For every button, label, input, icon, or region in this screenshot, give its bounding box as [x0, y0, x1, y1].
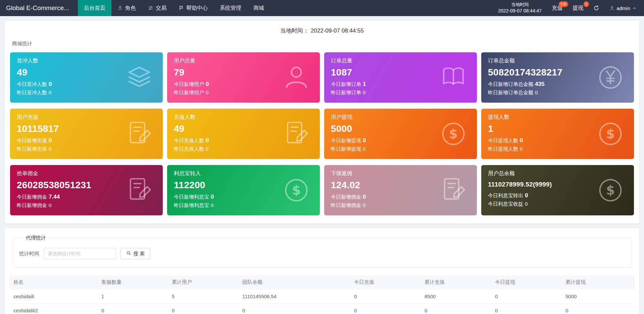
table-cell: 0	[350, 304, 420, 314]
table-cell: 0	[350, 290, 420, 304]
table-header-cell: 累计提现	[561, 275, 635, 290]
nav-item-label: 后台首页	[84, 5, 105, 12]
local-clock: 当地时间：2022-09-07 08:44:55	[10, 27, 634, 35]
stat-card-interest-transfer-in: 利息宝转入112200今日新增利息宝0昨日新增利息宝0$	[167, 165, 320, 215]
dollar-circle-icon: $	[596, 120, 625, 148]
svg-text:$: $	[606, 183, 615, 198]
flag-icon	[179, 5, 184, 11]
navbar-right: 当地时间 2022-09-07 08:44:47 充值 135 提现 0 adm…	[498, 2, 644, 14]
agent-search-row: 统计时间 搜 索	[19, 248, 625, 259]
dollar-circle-icon: $	[282, 176, 310, 204]
table-cell: 0	[491, 304, 561, 314]
layers-icon	[125, 63, 153, 92]
recharge-nav-button[interactable]: 充值 135	[552, 5, 562, 12]
doc-edit-icon	[125, 120, 153, 148]
stat-card-user-total-balance: 用户总余额1110278999.52(9999)今日利息宝转出0今日利息宝收益0…	[481, 165, 634, 215]
table-header-row: 姓名客服数量累计用户团队余额今日充值累计充值今日提现累计提现	[9, 275, 635, 290]
svg-text:$: $	[449, 127, 458, 141]
stat-card-total-orders: 订单总量1087今日新增订单1昨日新增订单0	[324, 52, 477, 103]
clock-label: 当地时间：	[280, 28, 309, 34]
search-button[interactable]: 搜 索	[120, 248, 150, 259]
table-row: ceshidaili151110145506.540850005000	[9, 290, 635, 304]
time-filter-label: 统计时间	[19, 251, 39, 257]
table-header-cell: 客服数量	[97, 275, 168, 290]
chevron-up-icon	[632, 6, 637, 10]
table-cell: 5	[168, 290, 238, 304]
stat-card-recharge-users: 充值人数49今日充值人数0昨日充值人数0	[167, 109, 320, 159]
table-cell: 1110145506.54	[238, 290, 350, 304]
agent-legend: 代理统计	[22, 235, 49, 241]
book-icon	[439, 63, 467, 92]
doc-edit-icon	[439, 176, 467, 204]
time-filter-input[interactable]	[43, 248, 116, 259]
nav-item-label: 角色	[125, 5, 136, 12]
table-row: ceshidalili20000000	[9, 304, 635, 314]
table-cell: 5000	[561, 290, 635, 304]
admin-label: admin	[616, 5, 630, 11]
main-nav: 后台首页角色交易帮助中心系统管理商城	[78, 0, 270, 16]
table-cell: 8500	[420, 290, 491, 304]
top-navbar: Global E-Commerce... 后台首页角色交易帮助中心系统管理商城 …	[0, 0, 644, 16]
stat-card-order-total-amount: 订单总金额50820174328217今日新增订单总金额435昨日新增订单总金额…	[481, 52, 634, 103]
nav-item-label: 系统管理	[220, 5, 241, 12]
agent-fieldset: 代理统计 统计时间 搜 索	[13, 235, 631, 268]
nav-item-home[interactable]: 后台首页	[78, 0, 111, 16]
table-header-cell: 姓名	[9, 275, 97, 290]
stat-card-first-charge-users: 首冲人数49今日首冲人数0昨日首冲人数0	[10, 52, 163, 103]
nav-item-label: 帮助中心	[186, 5, 208, 12]
nav-item-mall[interactable]: 商城	[247, 0, 270, 16]
withdraw-nav-button[interactable]: 提现 0	[573, 5, 583, 12]
user-icon	[609, 6, 614, 11]
table-header-cell: 团队余额	[238, 275, 350, 290]
agent-table: 姓名客服数量累计用户团队余额今日充值累计充值今日提现累计提现 ceshidail…	[9, 275, 635, 314]
table-cell: ceshidaili	[9, 290, 97, 304]
dollar-circle-icon: $	[439, 120, 467, 148]
agent-panel: 代理统计 统计时间 搜 索 姓名客服数量累计用户团队余额今日充值累计充值今日提现…	[5, 228, 639, 314]
table-cell: 0	[491, 290, 561, 304]
nav-item-label: 商城	[253, 5, 264, 12]
brand-title[interactable]: Global E-Commerce...	[6, 4, 69, 12]
nav-item-help-center[interactable]: 帮助中心	[172, 0, 214, 16]
dollar-circle-icon: $	[596, 176, 625, 204]
recharge-badge: 135	[559, 1, 568, 7]
search-icon	[126, 251, 131, 257]
svg-text:$: $	[606, 127, 615, 141]
withdraw-badge: 0	[584, 1, 589, 7]
table-cell: ceshidalili2	[9, 304, 97, 314]
stat-card-withdraw-users: 提现人数1今日提现人数0昨日提现人数0$	[481, 109, 634, 159]
table-cell: 0	[561, 304, 635, 314]
table-cell: 0	[97, 304, 168, 314]
withdraw-label: 提现	[573, 5, 583, 11]
doc-edit-icon	[125, 176, 153, 204]
table-cell: 1	[97, 290, 168, 304]
admin-menu[interactable]: admin	[609, 5, 637, 11]
table-cell: 0	[420, 304, 491, 314]
stat-card-sub-rebate: 下级返佣124.02今日新增佣金0昨日新增佣金0	[324, 165, 477, 215]
local-time-label: 当地时间	[498, 2, 542, 8]
nav-item-label: 交易	[156, 5, 166, 12]
doc-edit-icon	[282, 120, 310, 148]
user-icon	[282, 63, 310, 92]
yen-circle-icon	[596, 63, 625, 92]
user-icon	[117, 5, 123, 11]
nav-item-system-manage[interactable]: 系统管理	[214, 0, 247, 16]
table-header-cell: 累计充值	[420, 275, 491, 290]
stat-card-user-recharge: 用户充值10115817今日新增充值0昨日新增充值0	[10, 109, 163, 159]
table-header-cell: 今日提现	[491, 275, 561, 290]
stat-card-user-withdraw: 用户提现5000今日新增提现0昨日新增提现0$	[324, 109, 477, 159]
trade-icon	[148, 5, 153, 11]
refresh-icon[interactable]	[593, 5, 599, 11]
table-cell: 0	[168, 304, 238, 314]
table-header-cell: 今日充值	[350, 275, 420, 290]
local-time-value: 2022-09-07 08:44:47	[498, 8, 542, 14]
nav-item-role[interactable]: 角色	[111, 0, 142, 16]
stats-panel: 当地时间：2022-09-07 08:44:55 商城统计 首冲人数49今日首冲…	[5, 21, 639, 223]
stats-grid: 首冲人数49今日首冲人数0昨日首冲人数0用户总量79今日新增用户0昨日新增用户0…	[10, 52, 634, 215]
search-button-label: 搜 索	[133, 251, 145, 257]
nav-item-trade[interactable]: 交易	[142, 0, 172, 16]
section-title: 商城统计	[12, 41, 634, 47]
stat-card-total-users: 用户总量79今日新增用户0昨日新增用户0	[167, 52, 320, 103]
svg-text:$: $	[292, 183, 301, 198]
stat-card-grab-commission: 抢单佣金26028538051231今日新增佣金7.44昨日新增佣金0	[10, 165, 163, 215]
table-header-cell: 累计用户	[168, 275, 238, 290]
